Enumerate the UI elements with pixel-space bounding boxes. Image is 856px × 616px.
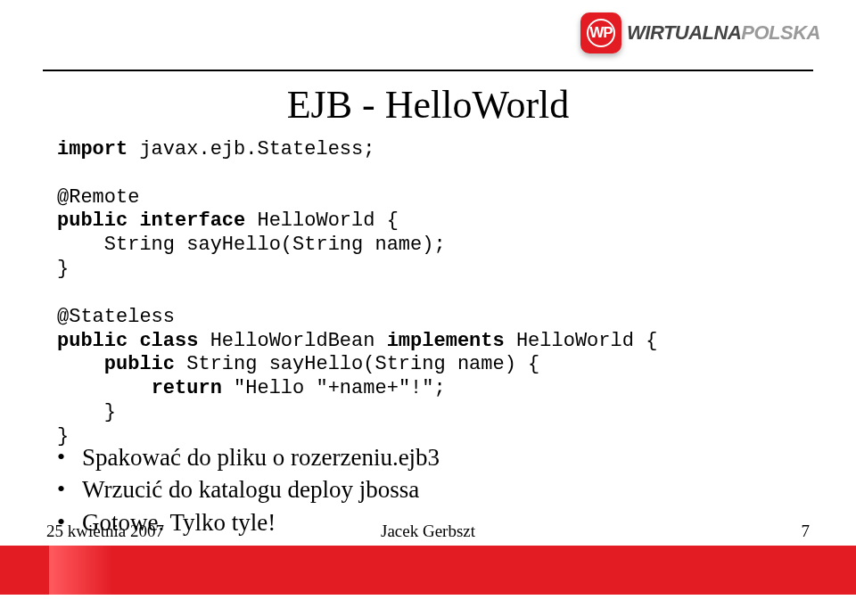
code-text (128, 330, 139, 352)
brand-text: WIRTUALNAPOLSKA (627, 21, 820, 45)
code-block: import javax.ejb.Stateless; @Remote publ… (57, 138, 799, 449)
code-text: "Hello "+name+"!"; (222, 377, 446, 399)
bullet-icon: • (57, 473, 82, 505)
code-text: HelloWorldBean (198, 330, 386, 352)
code-keyword: import (57, 138, 128, 160)
code-keyword: implements (387, 330, 505, 352)
code-text: String sayHello(String name) { (175, 353, 539, 375)
code-text (57, 353, 104, 375)
code-text (57, 377, 152, 399)
code-keyword: interface (139, 209, 245, 232)
code-text: HelloWorld { (245, 209, 399, 232)
code-text: } (57, 401, 116, 423)
bullet-icon: • (57, 441, 82, 472)
bullet-text: Spakować do pliku o rozerzeniu.ejb3 (82, 441, 440, 473)
code-text: HelloWorld { (505, 330, 658, 352)
wp-badge-icon (580, 12, 621, 53)
code-keyword: class (139, 330, 198, 352)
code-keyword: return (152, 377, 222, 399)
brand-left: WIRTUALNA (627, 21, 741, 44)
code-keyword: public (57, 330, 128, 352)
footer-page: 7 (802, 522, 811, 541)
slide: WIRTUALNAPOLSKA EJB - HelloWorld import … (0, 0, 856, 616)
code-text: javax.ejb.Stateless; (128, 138, 374, 160)
footer-accent-strip (49, 546, 856, 595)
brand-right: POLSKA (741, 21, 820, 44)
code-text: } (57, 258, 69, 280)
header-rule (43, 70, 813, 71)
footer-author: Jacek Gerbszt (0, 522, 856, 541)
list-item: • Spakować do pliku o rozerzeniu.ejb3 (57, 441, 799, 473)
code-keyword: public (104, 353, 175, 375)
brand-logo: WIRTUALNAPOLSKA (580, 12, 820, 53)
code-annotation: @Remote (57, 186, 139, 209)
slide-title: EJB - HelloWorld (0, 82, 856, 127)
bullet-text: Wrzucić do katalogu deploy jbossa (82, 473, 419, 505)
code-annotation: @Stateless (57, 306, 175, 328)
footer-accent-block (0, 546, 49, 595)
list-item: • Wrzucić do katalogu deploy jbossa (57, 473, 799, 505)
code-keyword: public (57, 209, 128, 232)
code-text: String sayHello(String name); (57, 234, 446, 256)
code-text (128, 209, 139, 232)
